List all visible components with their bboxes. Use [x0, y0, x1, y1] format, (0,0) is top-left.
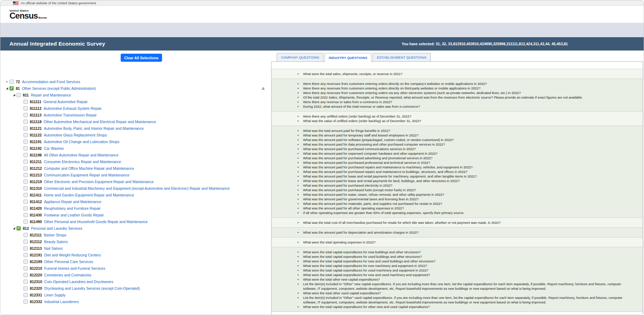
checkbox-811490[interactable] [24, 220, 28, 224]
question: What was the amount paid for purchased r… [271, 169, 643, 174]
question: What was the amount paid for purchased e… [271, 183, 643, 188]
naics-code: 811121 [30, 126, 42, 130]
naics-link[interactable]: Automotive Exhaust System Repair [43, 106, 101, 110]
checkbox-812310[interactable] [24, 280, 28, 284]
checkbox-811412[interactable] [24, 200, 28, 204]
naics-code: 812191 [30, 253, 42, 257]
naics-code: 812111 [30, 233, 42, 237]
naics-link[interactable]: General Automotive Repair [43, 100, 88, 104]
naics-link[interactable]: Linen Supply [44, 293, 66, 297]
checkbox-811[interactable] [16, 93, 21, 97]
scroll-up-icon[interactable]: ▲ [261, 85, 266, 91]
checkbox-812331[interactable] [24, 293, 28, 297]
collapse-arrow-icon[interactable]: ◢ [12, 93, 16, 96]
naics-link[interactable]: Drycleaning and Laundry Services (except… [44, 286, 140, 290]
clear-all-selections-button[interactable]: Clear All Selections [121, 54, 162, 62]
naics-link[interactable]: Repair and Maintenance [31, 93, 71, 97]
naics-link[interactable]: Automotive Glass Replacement Shops [44, 133, 107, 137]
naics-link[interactable]: Accommodation and Food Services [22, 80, 80, 84]
naics-link[interactable]: Beauty Salons [44, 240, 68, 244]
checkbox-812332[interactable] [24, 300, 28, 304]
checkbox-812[interactable] [16, 226, 21, 230]
checkbox-812199[interactable] [24, 260, 28, 264]
question: What were the total other new capital ex… [271, 277, 643, 282]
checkbox-812112[interactable] [24, 240, 28, 244]
tree-row-811118: 811118Other Automotive Mechanical and El… [0, 118, 260, 125]
question: What was the amount paid for purchased p… [271, 160, 643, 165]
naics-link[interactable]: Communication Equipment Repair and Maint… [44, 173, 129, 177]
naics-link[interactable]: Nail Salons [44, 246, 62, 250]
naics-link[interactable]: Automotive Oil Change and Lubrication Sh… [44, 140, 119, 144]
naics-link[interactable]: Computer and Office Machine Repair and M… [44, 166, 134, 170]
naics-link[interactable]: Home and Garden Equipment Repair and Mai… [44, 193, 134, 197]
naics-link[interactable]: Personal and Laundry Services [31, 226, 82, 230]
checkbox-811122[interactable] [24, 133, 28, 137]
naics-link[interactable]: Reupholstery and Furniture Repair [44, 206, 100, 210]
naics-link[interactable]: Automotive Transmission Repair [43, 113, 96, 117]
tree-row-811490: 811490Other Personal and Household Goods… [0, 218, 260, 225]
question: What were the total capital expenditures… [271, 263, 643, 268]
checkbox-811310[interactable] [24, 186, 28, 190]
collapse-arrow-icon[interactable]: ◢ [5, 87, 9, 90]
naics-code: 811191 [30, 140, 42, 144]
checkbox-811430[interactable] [24, 213, 28, 217]
checkbox-81[interactable] [9, 86, 14, 91]
checkbox-811112[interactable] [24, 106, 28, 110]
naics-link[interactable]: Car Washes [44, 146, 64, 150]
checkbox-811191[interactable] [24, 140, 28, 144]
naics-link[interactable]: Commercial and Industrial Machinery and … [44, 186, 229, 190]
question: What was the total cost of all merchandi… [271, 220, 643, 225]
naics-link[interactable]: Coin-Operated Laundries and Drycleaners [44, 280, 113, 284]
census-logo: United States Census Bureau [9, 9, 47, 19]
naics-link[interactable]: Diet and Weight Reducing Centers [44, 253, 101, 257]
naics-link[interactable]: Other Personal and Household Goods Repai… [44, 220, 147, 224]
naics-link[interactable]: Automotive Body, Paint, and Interior Rep… [44, 126, 144, 130]
naics-link[interactable]: Funeral Homes and Funeral Services [44, 266, 105, 270]
checkbox-811411[interactable] [24, 193, 28, 197]
checkbox-72[interactable] [9, 80, 14, 84]
naics-link[interactable]: Other Automotive Mechanical and Electric… [43, 120, 156, 124]
checkbox-812210[interactable] [24, 266, 28, 270]
checkbox-811118[interactable] [24, 120, 28, 124]
expand-arrow-icon[interactable]: ▸ [5, 80, 9, 83]
tab-company-questions[interactable]: COMPANY QUESTIONS [277, 53, 323, 62]
tree-row-812331: 812331Linen Supply [0, 291, 260, 298]
checkbox-811198[interactable] [24, 153, 28, 157]
checkbox-811111[interactable] [24, 100, 28, 104]
collapse-arrow-icon[interactable]: ◢ [12, 227, 16, 230]
naics-code: 812112 [30, 240, 42, 244]
checkbox-811420[interactable] [24, 206, 28, 210]
checkbox-811219[interactable] [24, 180, 28, 184]
naics-link[interactable]: Other Services (except Public Administra… [22, 86, 96, 91]
checkbox-811211[interactable] [24, 160, 28, 164]
checkbox-811113[interactable] [24, 113, 28, 117]
checkbox-811121[interactable] [24, 126, 28, 130]
question: What was the amount paid for water, sewe… [271, 192, 643, 197]
naics-link[interactable]: Footwear and Leather Goods Repair [44, 213, 103, 217]
naics-link[interactable]: All Other Automotive Repair and Maintena… [44, 153, 119, 157]
naics-link[interactable]: Industrial Launderers [44, 300, 79, 304]
naics-link[interactable]: Cemeteries and Crematories [44, 273, 91, 277]
question: What was the amount paid for data proces… [271, 142, 643, 147]
checkbox-811192[interactable] [24, 146, 28, 150]
naics-code: 812 [23, 226, 29, 230]
checkbox-812320[interactable] [24, 286, 28, 290]
naics-link[interactable]: Consumer Electronics Repair and Maintena… [44, 160, 121, 164]
checkbox-812191[interactable] [24, 253, 28, 257]
tree-row-811411: 811411Home and Garden Equipment Repair a… [0, 192, 260, 198]
checkbox-812111[interactable] [24, 233, 28, 237]
naics-code: 811113 [30, 113, 41, 117]
checkbox-811213[interactable] [24, 173, 28, 177]
checkbox-812113[interactable] [24, 246, 28, 250]
tree-row-812210: 812210Funeral Homes and Funeral Services [0, 265, 260, 272]
tab-establishment-questions[interactable]: ESTABLISHMENT QUESTIONS [373, 53, 431, 62]
naics-link[interactable]: Other Personal Care Services [44, 260, 93, 264]
naics-link[interactable]: Appliance Repair and Maintenance [44, 200, 101, 204]
naics-link[interactable]: Other Electronic and Precision Equipment… [44, 180, 153, 184]
checkbox-812220[interactable] [24, 273, 28, 277]
question: What was the amount paid for materials, … [271, 201, 643, 206]
naics-link[interactable]: Barber Shops [44, 233, 66, 237]
naics-code: 81 [16, 86, 20, 91]
checkbox-811212[interactable] [24, 166, 28, 170]
tab-industry-questions[interactable]: INDUSTRY QUESTIONS [324, 53, 371, 62]
